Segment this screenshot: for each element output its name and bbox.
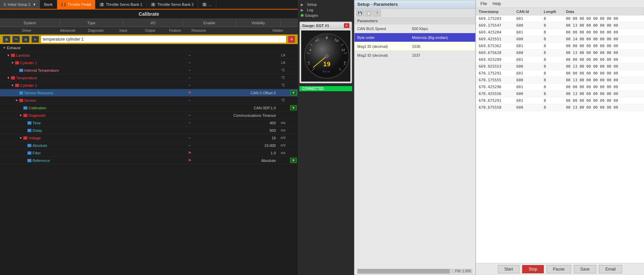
col-header-visibility: Visibility (236, 19, 281, 27)
tree-row[interactable]: Calibration CAN 0DP.1.0 ▼ (0, 104, 298, 112)
can-email-btn[interactable]: Email (599, 265, 622, 273)
search-stop-btn[interactable]: ⊘ (22, 36, 29, 43)
tree-io-cell: ~ (175, 68, 205, 73)
gauge-close-btn[interactable]: ✕ (344, 23, 349, 28)
setup-panel-title: Setup - Parameters (355, 0, 475, 9)
tree-unit-cell: ms (277, 128, 289, 132)
can-table-row: 670.425296 601 8 00 00 00 00 00 00 00 00 (476, 84, 644, 91)
tree-io-cell: ~ (175, 113, 205, 118)
tree-row[interactable]: Delay 500 ms (0, 127, 298, 134)
can-save-btn[interactable]: Save (574, 265, 596, 273)
can-cell-data: 00 13 00 00 00 00 00 00 (563, 78, 644, 82)
can-stop-btn[interactable]: Stop (522, 265, 544, 273)
setup-param-value: Motorola (Big endian) (412, 36, 473, 40)
search-wave-btn[interactable]: 〜 (12, 36, 20, 43)
can-cell-len: 8 (541, 16, 563, 21)
nav-log-label: Log (307, 8, 313, 12)
can-cell-cid: 601 (514, 57, 541, 62)
gauge-title: Gauge: EGT #1 (302, 24, 329, 28)
tab1-label: Throttle Pedal (67, 2, 91, 6)
can-cell-len: 8 (541, 30, 563, 35)
nav-item-gauges[interactable]: Gauges (299, 13, 352, 18)
tree-dropdown-ctrl[interactable]: ▼ (289, 105, 298, 110)
tree-row[interactable]: Filter ⚑ 1.0 ms (0, 149, 298, 157)
tree-node-label: Delay (33, 128, 42, 133)
tree-row[interactable]: Time ~ 400 ms (0, 119, 298, 127)
tree-dropdown-ctrl[interactable]: ▼ (289, 90, 298, 95)
tree-row[interactable]: ▼ Diagnostic ~ Communications Timeout (0, 112, 298, 119)
tree-io-cell: ~ (175, 121, 205, 125)
can-menu-help[interactable]: Help (490, 1, 504, 7)
tree-row[interactable]: Absolute ~ 19.000 mV (0, 142, 298, 149)
setup-help-btn[interactable]: ? (373, 10, 381, 16)
can-cell-ts: 670.675291 (476, 98, 514, 103)
can-cell-len: 8 (541, 92, 563, 96)
tree-row-sensor-resource[interactable]: Sensor Resource ⚑ CAN 0 Offset 0 ▼ (0, 89, 298, 97)
setup-param-row-selected[interactable]: Byte order Motorola (Big endian) (355, 33, 475, 42)
can-cell-data: 00 00 00 00 00 00 00 00 (563, 85, 644, 89)
tab-extra[interactable]: 5 ... (198, 0, 216, 9)
tab-throttle-pedal[interactable]: 2 Throttle Pedal (57, 0, 95, 9)
search-close-btn[interactable]: ✕ (288, 36, 295, 43)
can-cell-ts: 669.925553 (476, 64, 514, 69)
can-table-row: 670.675291 601 8 00 00 00 00 00 00 00 00 (476, 97, 644, 104)
setup-save-btn[interactable]: 💾 (356, 10, 364, 16)
setup-section-header: Parameters (355, 18, 475, 24)
svg-text:6: 6 (315, 39, 317, 42)
bank-selector[interactable]: 3: Initial Setup 2 ▼ (0, 0, 40, 9)
search-eq-btn[interactable]: ≡ (31, 36, 39, 43)
tree-row[interactable]: ▼ Lambda ~ LA (0, 52, 298, 59)
tree-type-icon (27, 129, 31, 132)
nav-item-log[interactable]: ▶ Log (299, 7, 352, 13)
can-cell-ts: 670.425556 (476, 92, 514, 96)
can-table-body[interactable]: 669.175283 601 8 00 00 00 00 00 00 00 00… (476, 15, 644, 263)
tree-io-cell: ~ (175, 98, 205, 103)
tree-val-cell: CAN 0DP.1.0 (205, 106, 277, 110)
tab1-num: 2 (61, 3, 66, 6)
tree-expand-icon: ▼ (15, 99, 19, 102)
tree-row[interactable]: ▼ Cylinder 1 ~ LA (0, 59, 298, 67)
subh-driver: Driver (0, 27, 53, 34)
can-cell-data: 00 00 00 00 00 00 00 00 (563, 16, 644, 21)
tab-item-bank[interactable]: Bank (40, 0, 57, 9)
can-cell-cid: 600 (514, 37, 541, 41)
tree-expand-icon: ▼ (7, 76, 11, 80)
tab-throttle-servo-bank1[interactable]: 3 Throttle Servo Bank 1 (95, 0, 147, 9)
setup-param-row: Msg2 ID (decimal) 1537 (355, 51, 475, 60)
tree-row[interactable]: Reference ⚑ Absolute ▼ (0, 157, 298, 164)
can-start-btn[interactable]: Start (498, 265, 519, 273)
nav-item-setup[interactable]: ▶ Setup (299, 2, 352, 7)
resource-dropdown-btn[interactable]: ▼ (290, 90, 297, 95)
tab-throttle-servo-bank2[interactable]: 4 Throttle Servo Bank 2 (147, 0, 198, 9)
tree-row[interactable]: ▼ Exhaust (0, 44, 298, 52)
tree-node-label: Reference (33, 159, 50, 163)
subh-output: Output (137, 27, 164, 34)
setup-copy-btn[interactable]: 📋 (365, 10, 372, 16)
calibration-dropdown-btn[interactable]: ▼ (290, 105, 297, 110)
tree-row[interactable]: ▼ Voltage ~ 19 mV (0, 134, 298, 142)
search-input[interactable] (41, 36, 286, 43)
setup-param-label: Msg1 ID (decimal) (357, 44, 412, 49)
can-menu-file[interactable]: File (478, 1, 490, 7)
subh-advanced: Advanced (53, 27, 82, 34)
can-cell-ts: 669.675362 (476, 44, 514, 48)
can-cell-data: 00 00 00 00 00 00 00 00 (563, 71, 644, 75)
can-cell-cid: 601 (514, 98, 541, 103)
search-filter-btn[interactable]: ⊞ (3, 36, 10, 43)
tree-dropdown-ctrl[interactable]: ▼ (289, 158, 298, 163)
can-menubar: File Help (476, 0, 644, 8)
can-pause-btn[interactable]: Pause (546, 265, 571, 273)
tab2-label: Throttle Servo Bank 1 (106, 2, 142, 6)
col-header-system: System (0, 19, 60, 27)
tree-row[interactable]: ▼ Temperature ~ °C (0, 74, 298, 82)
can-cell-len: 8 (541, 85, 563, 89)
tree-io-cell: ~ (175, 83, 205, 88)
tree-row[interactable]: ▼ Cylinder 1 ~ °C (0, 82, 298, 89)
tree-row[interactable]: ▼ Sensor ~ °C (0, 97, 298, 104)
tree-type-icon (23, 136, 27, 140)
reference-dropdown-btn[interactable]: ▼ (290, 158, 297, 163)
can-cell-ts: 669.425551 (476, 37, 514, 41)
setup-param-value: 1536 (412, 44, 473, 49)
tree-area[interactable]: ▼ Exhaust ▼ Lambda ~ LA ▼ (0, 44, 298, 275)
tree-row[interactable]: Internal Temperature ~ °C (0, 67, 298, 74)
